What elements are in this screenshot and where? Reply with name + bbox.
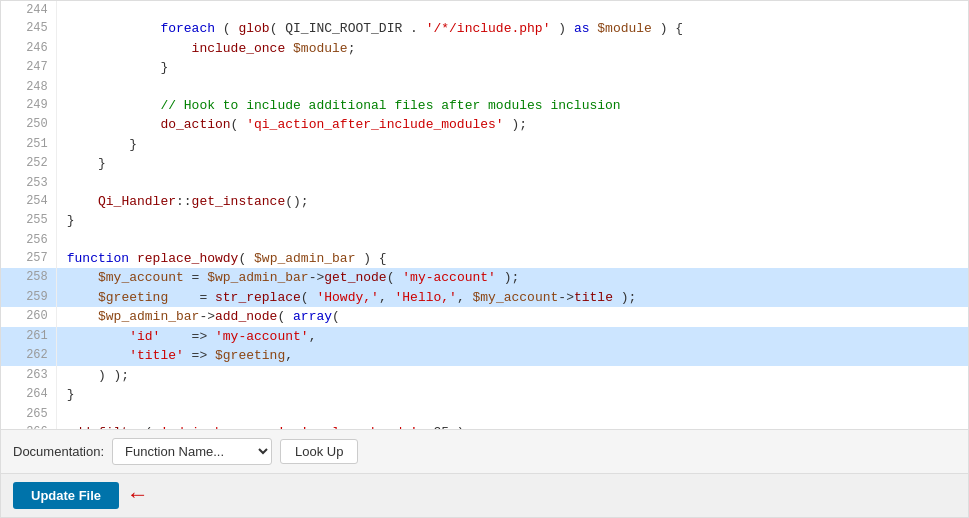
line-number: 249 [1, 96, 56, 116]
table-row: 254 Qi_Handler::get_instance(); [1, 192, 968, 212]
line-number: 248 [1, 78, 56, 96]
table-row: 251 } [1, 135, 968, 155]
line-code: } [56, 154, 968, 174]
table-row: 250 do_action( 'qi_action_after_include_… [1, 115, 968, 135]
table-row: 259 $greeting = str_replace( 'Howdy,', '… [1, 288, 968, 308]
line-number: 252 [1, 154, 56, 174]
line-number: 262 [1, 346, 56, 366]
table-row: 261 'id' => 'my-account', [1, 327, 968, 347]
line-number: 246 [1, 39, 56, 59]
line-code: foreach ( glob( QI_INC_ROOT_DIR . '/*/in… [56, 19, 968, 39]
table-row: 263 ) ); [1, 366, 968, 386]
line-code: $greeting = str_replace( 'Howdy,', 'Hell… [56, 288, 968, 308]
line-code: } [56, 385, 968, 405]
line-code: // Hook to include additional files afte… [56, 96, 968, 116]
table-row: 264} [1, 385, 968, 405]
line-number: 247 [1, 58, 56, 78]
arrow-icon: ← [131, 483, 144, 508]
line-code [56, 405, 968, 423]
table-row: 265 [1, 405, 968, 423]
line-code: } [56, 211, 968, 231]
bottom-bar: Documentation: Function Name... Look Up [1, 429, 968, 473]
line-number: 256 [1, 231, 56, 249]
table-row: 252 } [1, 154, 968, 174]
line-number: 250 [1, 115, 56, 135]
table-row: 246 include_once $module; [1, 39, 968, 59]
line-code: } [56, 135, 968, 155]
table-row: 258 $my_account = $wp_admin_bar->get_nod… [1, 268, 968, 288]
line-number: 263 [1, 366, 56, 386]
table-row: 253 [1, 174, 968, 192]
code-area[interactable]: 244245 foreach ( glob( QI_INC_ROOT_DIR .… [1, 1, 968, 429]
table-row: 249 // Hook to include additional files … [1, 96, 968, 116]
line-number: 259 [1, 288, 56, 308]
line-number: 264 [1, 385, 56, 405]
line-code: function replace_howdy( $wp_admin_bar ) … [56, 249, 968, 269]
lookup-button[interactable]: Look Up [280, 439, 358, 464]
table-row: 256 [1, 231, 968, 249]
line-number: 265 [1, 405, 56, 423]
line-code: include_once $module; [56, 39, 968, 59]
table-row: 255} [1, 211, 968, 231]
line-number: 261 [1, 327, 56, 347]
documentation-label: Documentation: [13, 444, 104, 459]
table-row: 247 } [1, 58, 968, 78]
table-row: 257function replace_howdy( $wp_admin_bar… [1, 249, 968, 269]
line-code [56, 78, 968, 96]
update-file-button[interactable]: Update File [13, 482, 119, 509]
function-name-select[interactable]: Function Name... [112, 438, 272, 465]
line-code: $my_account = $wp_admin_bar->get_node( '… [56, 268, 968, 288]
line-number: 253 [1, 174, 56, 192]
table-row: 244 [1, 1, 968, 19]
table-row: 245 foreach ( glob( QI_INC_ROOT_DIR . '/… [1, 19, 968, 39]
table-row: 260 $wp_admin_bar->add_node( array( [1, 307, 968, 327]
line-code: } [56, 58, 968, 78]
line-number: 254 [1, 192, 56, 212]
line-code: do_action( 'qi_action_after_include_modu… [56, 115, 968, 135]
line-number: 244 [1, 1, 56, 19]
line-code: 'id' => 'my-account', [56, 327, 968, 347]
code-table: 244245 foreach ( glob( QI_INC_ROOT_DIR .… [1, 1, 968, 429]
line-code: ) ); [56, 366, 968, 386]
editor-container: 244245 foreach ( glob( QI_INC_ROOT_DIR .… [0, 0, 969, 518]
line-number: 257 [1, 249, 56, 269]
line-number: 260 [1, 307, 56, 327]
line-code: Qi_Handler::get_instance(); [56, 192, 968, 212]
table-row: 262 'title' => $greeting, [1, 346, 968, 366]
line-code [56, 1, 968, 19]
table-row: 248 [1, 78, 968, 96]
line-number: 255 [1, 211, 56, 231]
line-code: 'title' => $greeting, [56, 346, 968, 366]
line-code [56, 231, 968, 249]
line-number: 258 [1, 268, 56, 288]
line-number: 251 [1, 135, 56, 155]
line-code: $wp_admin_bar->add_node( array( [56, 307, 968, 327]
line-number: 245 [1, 19, 56, 39]
update-bar: Update File ← [1, 473, 968, 517]
line-code [56, 174, 968, 192]
